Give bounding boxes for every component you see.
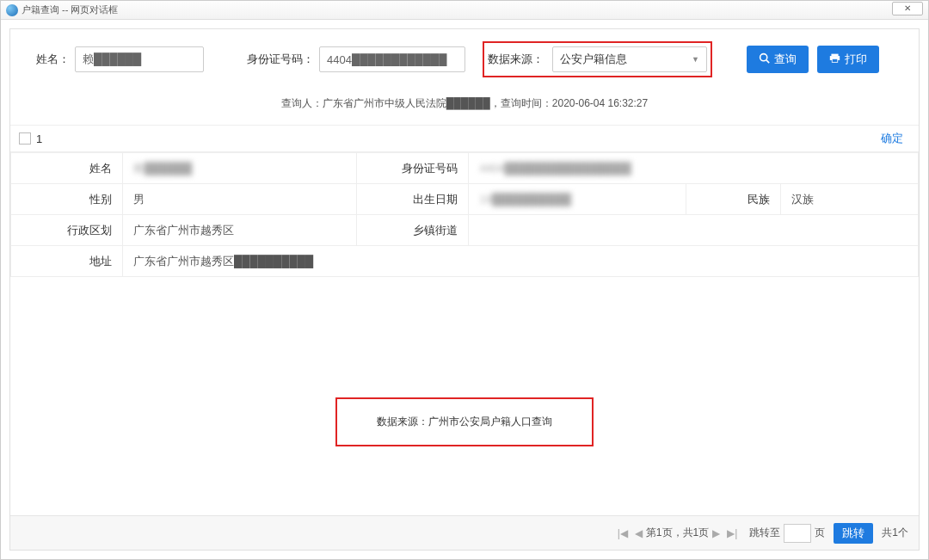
source-value: 公安户籍信息 <box>560 52 627 67</box>
source-note-text: 数据来源：广州市公安局户籍人口查询 <box>377 415 552 428</box>
name-label: 姓名： <box>36 52 70 67</box>
confirm-link[interactable]: 确定 <box>881 131 903 146</box>
name-input[interactable] <box>75 46 204 72</box>
jump-button[interactable]: 跳转 <box>834 523 873 544</box>
search-row: 姓名： 身份证号码： 数据来源： 公安户籍信息 ▼ 查询 <box>10 29 919 86</box>
id-label: 身份证号码： <box>247 52 314 67</box>
svg-line-1 <box>766 60 769 63</box>
close-button[interactable]: ✕ <box>892 2 923 15</box>
last-page-icon[interactable]: ▶| <box>727 527 737 539</box>
print-icon <box>829 52 840 66</box>
query-button-label: 查询 <box>774 52 797 67</box>
jump-page-input[interactable] <box>784 524 811 543</box>
field-label: 行政区划 <box>11 215 123 246</box>
field-value: 男 <box>123 184 357 215</box>
field-label: 出生日期 <box>357 184 469 215</box>
jump-label-suffix: 页 <box>815 526 825 540</box>
pager: |◀ ◀ 第1页，共1页 ▶ ▶| 跳转至 页 跳转 共1个 <box>10 515 919 550</box>
field-label: 性别 <box>11 184 123 215</box>
field-value: 19██████████ <box>469 184 686 215</box>
field-value: 广东省广州市越秀区 <box>123 215 357 246</box>
source-note-box: 数据来源：广州市公安局户籍人口查询 <box>335 397 594 446</box>
content-panel: 姓名： 身份证号码： 数据来源： 公安户籍信息 ▼ 查询 <box>9 28 920 551</box>
svg-rect-4 <box>832 58 838 62</box>
query-meta-line: 查询人：广东省广州市中级人民法院██████，查询时间：2020-06-04 1… <box>10 86 919 126</box>
main-area: 姓名： 身份证号码： 数据来源： 公安户籍信息 ▼ 查询 <box>1 20 928 559</box>
jump-label: 跳转至 <box>749 526 780 540</box>
field-value: 赖██████ <box>123 153 357 184</box>
source-select[interactable]: 公安户籍信息 ▼ <box>552 46 707 72</box>
id-input[interactable] <box>319 46 465 72</box>
source-highlight-box: 数据来源： 公安户籍信息 ▼ <box>483 41 712 77</box>
field-label: 地址 <box>11 246 123 277</box>
ie-icon <box>6 4 18 16</box>
table-row: 行政区划 广东省广州市越秀区 乡镇街道 <box>11 215 919 246</box>
record-header: 1 确定 <box>10 126 919 152</box>
field-label: 乡镇街道 <box>357 215 469 246</box>
window-title: 户籍查询 -- 网页对话框 <box>22 3 118 16</box>
first-page-icon[interactable]: |◀ <box>618 527 628 539</box>
titlebar: 户籍查询 -- 网页对话框 ✕ <box>1 1 928 20</box>
field-label: 身份证号码 <box>357 153 469 184</box>
print-button-label: 打印 <box>845 52 867 67</box>
detail-table: 姓名 赖██████ 身份证号码 4404████████████████ 性别… <box>10 152 919 277</box>
next-page-icon[interactable]: ▶ <box>712 527 720 539</box>
prev-page-icon[interactable]: ◀ <box>635 527 643 539</box>
record-index: 1 <box>36 132 881 145</box>
table-row: 性别 男 出生日期 19██████████ 民族 汉族 <box>11 184 919 215</box>
field-value <box>469 215 919 246</box>
table-row: 姓名 赖██████ 身份证号码 4404████████████████ <box>11 153 919 184</box>
field-label: 姓名 <box>11 153 123 184</box>
field-value: 汉族 <box>781 184 919 215</box>
dialog-window: 户籍查询 -- 网页对话框 ✕ 姓名： 身份证号码： 数据来源： 公安户籍信息 … <box>0 0 929 560</box>
table-row: 地址 广东省广州市越秀区██████████ <box>11 246 919 277</box>
print-button[interactable]: 打印 <box>817 46 879 73</box>
pager-total: 共1个 <box>882 526 908 540</box>
pager-info: 第1页，共1页 <box>646 526 709 540</box>
field-label: 民族 <box>686 184 781 215</box>
query-button[interactable]: 查询 <box>747 46 809 73</box>
field-value: 广东省广州市越秀区██████████ <box>123 246 919 277</box>
source-label: 数据来源： <box>488 52 544 67</box>
chevron-down-icon: ▼ <box>692 55 699 64</box>
search-icon <box>759 52 770 66</box>
field-value: 4404████████████████ <box>469 153 919 184</box>
svg-rect-2 <box>831 54 838 56</box>
record-checkbox[interactable] <box>19 132 31 145</box>
svg-point-0 <box>760 54 767 61</box>
